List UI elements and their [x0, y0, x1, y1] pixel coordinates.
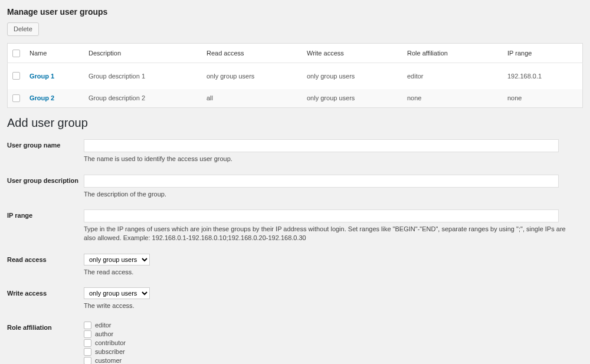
read-access-label: Read access — [7, 254, 84, 263]
description-input[interactable] — [84, 175, 559, 188]
role-affiliation-label: Role affiliation — [7, 322, 84, 331]
role-checkbox[interactable] — [84, 339, 91, 347]
add-group-form: User group name The name is used to iden… — [7, 139, 583, 364]
write-access-select[interactable]: only group users — [84, 287, 150, 299]
group-name-link[interactable]: Group 2 — [30, 94, 54, 101]
name-desc: The name is used to identify the access … — [84, 155, 573, 163]
cell-write-access: only group users — [302, 89, 402, 108]
row-checkbox[interactable] — [12, 72, 20, 80]
role-checkbox[interactable] — [84, 348, 91, 356]
ip-range-label: IP range — [7, 209, 84, 219]
role-checkbox[interactable] — [84, 322, 91, 329]
user-groups-table: Name Description Read access Write acces… — [7, 43, 583, 108]
cell-description: Group description 2 — [84, 89, 202, 108]
write-access-desc: The write access. — [84, 301, 573, 310]
col-ip-range: IP range — [503, 44, 583, 63]
role-item[interactable]: subscriber — [84, 348, 583, 356]
cell-description: Group description 1 — [84, 63, 202, 89]
col-read-access: Read access — [202, 44, 302, 63]
cell-ip-range: none — [503, 89, 583, 108]
read-access-select[interactable]: only group users — [84, 254, 150, 265]
delete-button[interactable]: Delete — [7, 22, 39, 36]
role-list: editor author contributor subscriber cus… — [84, 322, 583, 364]
role-checkbox[interactable] — [84, 330, 91, 338]
section-title: Add user group — [7, 116, 583, 130]
page-title: Manage user user groups — [7, 7, 583, 17]
col-write-access: Write access — [302, 44, 402, 63]
col-description: Description — [84, 44, 202, 63]
col-role-affiliation: Role affiliation — [402, 44, 503, 63]
table-row: Group 2 Group description 2 all only gro… — [8, 89, 583, 108]
role-item[interactable]: editor — [84, 322, 583, 329]
role-item[interactable]: customer — [84, 357, 583, 364]
col-name: Name — [25, 44, 84, 63]
table-row: Group 1 Group description 1 only group u… — [8, 63, 583, 89]
read-access-desc: The read access. — [84, 268, 573, 277]
ip-range-desc: Type in the IP ranges of users which are… — [84, 225, 573, 243]
role-item[interactable]: author — [84, 330, 583, 338]
role-item[interactable]: contributor — [84, 339, 583, 347]
cell-write-access: only group users — [302, 63, 402, 89]
cell-read-access: only group users — [202, 63, 302, 89]
name-label: User group name — [7, 139, 84, 149]
cell-ip-range: 192.168.0.1 — [503, 63, 583, 89]
cell-role-affiliation: none — [402, 89, 503, 108]
cell-role-affiliation: editor — [402, 63, 503, 89]
group-name-link[interactable]: Group 1 — [30, 73, 54, 80]
cell-read-access: all — [202, 89, 302, 108]
role-checkbox[interactable] — [84, 357, 91, 364]
write-access-label: Write access — [7, 287, 84, 297]
row-checkbox[interactable] — [12, 94, 20, 102]
description-label: User group description — [7, 175, 84, 184]
description-desc: The description of the group. — [84, 190, 573, 199]
select-all-checkbox[interactable] — [12, 50, 20, 57]
ip-range-input[interactable] — [84, 209, 559, 222]
name-input[interactable] — [84, 139, 559, 152]
